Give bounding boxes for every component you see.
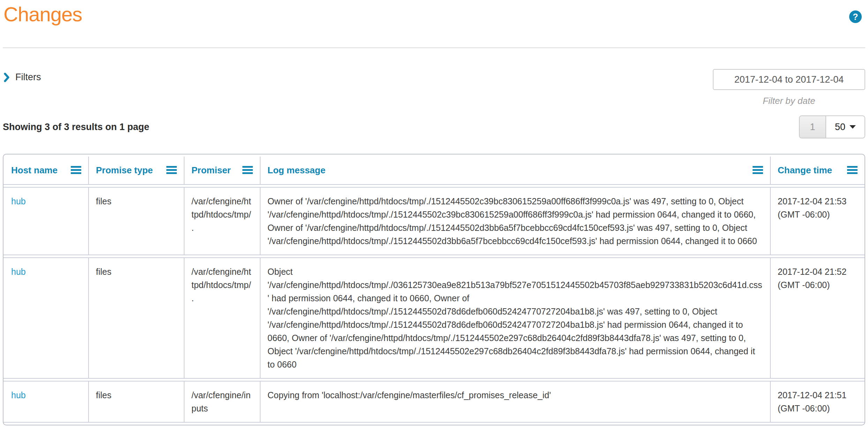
header-divider (3, 47, 865, 48)
changes-table: Host name Promise type (3, 154, 865, 425)
log-message-cell: Object '/var/cfengine/httpd/htdocs/tmp/.… (261, 257, 771, 379)
promiser-cell: /var/cfengine/inputs (184, 381, 261, 423)
log-message-cell: Copying from 'localhost:/var/cfengine/ma… (261, 381, 771, 423)
menu-icon[interactable] (753, 166, 763, 175)
host-link[interactable]: hub (11, 390, 26, 400)
date-filter: Filter by date (713, 69, 865, 106)
menu-icon[interactable] (71, 166, 81, 175)
host-link[interactable]: hub (11, 267, 26, 277)
promise-type-cell: files (89, 257, 184, 379)
date-range-input[interactable] (713, 69, 865, 90)
page-header: Changes ? (3, 0, 865, 27)
filters-row: Filters Filter by date (3, 69, 865, 106)
promiser-cell: /var/cfengine/httpd/htdocs/tmp/. (184, 257, 261, 379)
menu-icon[interactable] (847, 166, 858, 175)
host-name-cell: hub (3, 257, 89, 379)
change-time-cell: 2017-12-04 21:52 (GMT -06:00) (771, 257, 865, 379)
column-header-host-name[interactable]: Host name (3, 157, 89, 185)
page-title: Changes (3, 2, 865, 27)
column-header-log-message[interactable]: Log message (261, 157, 771, 185)
filters-label: Filters (15, 72, 41, 83)
host-link[interactable]: hub (11, 196, 26, 206)
host-name-cell: hub (3, 187, 89, 255)
table-row: hub files /var/cfengine/inputs Copying f… (3, 381, 865, 423)
chevron-right-icon (3, 73, 10, 82)
table-header-row: Host name Promise type (3, 157, 865, 185)
pagination: 1 50 (799, 115, 865, 138)
change-time-cell: 2017-12-04 21:51 (GMT -06:00) (771, 381, 865, 423)
caret-down-icon (850, 125, 856, 129)
results-row: Showing 3 of 3 results on 1 page 1 50 (3, 115, 865, 138)
promise-type-cell: files (89, 381, 184, 423)
date-filter-hint: Filter by date (713, 96, 865, 106)
question-mark-icon[interactable]: ? (849, 10, 862, 23)
page-size-value: 50 (835, 122, 845, 133)
results-summary: Showing 3 of 3 results on 1 page (3, 122, 149, 133)
host-name-cell: hub (3, 381, 89, 423)
column-header-promise-type[interactable]: Promise type (89, 157, 184, 185)
page-size-dropdown[interactable]: 50 (826, 116, 865, 138)
table-row: hub files /var/cfengine/httpd/htdocs/tmp… (3, 257, 865, 379)
change-time-cell: 2017-12-04 21:53 (GMT -06:00) (771, 187, 865, 255)
column-header-promiser[interactable]: Promiser (184, 157, 261, 185)
changes-page: Changes ? Filters Filter by date Showing… (0, 0, 868, 425)
filters-toggle[interactable]: Filters (3, 72, 41, 83)
menu-icon[interactable] (242, 166, 253, 175)
table-row: hub files /var/cfengine/httpd/htdocs/tmp… (3, 187, 865, 255)
page-number-button[interactable]: 1 (800, 116, 826, 138)
column-header-change-time[interactable]: Change time (771, 157, 865, 185)
menu-icon[interactable] (166, 166, 177, 175)
promise-type-cell: files (89, 187, 184, 255)
promiser-cell: /var/cfengine/httpd/htdocs/tmp/. (184, 187, 261, 255)
log-message-cell: Owner of '/var/cfengine/httpd/htdocs/tmp… (261, 187, 771, 255)
